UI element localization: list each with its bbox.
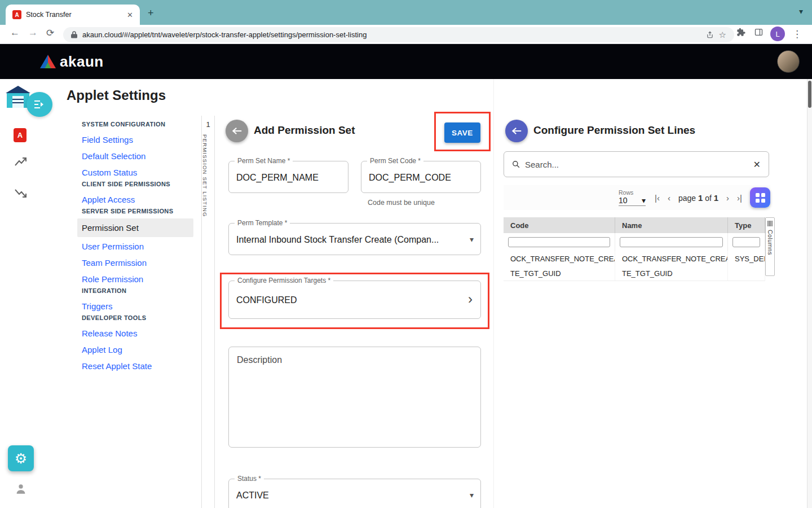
vertical-tab-label: PERMISSION SET LISTING — [202, 134, 208, 217]
columns-label: Columns — [767, 230, 774, 255]
perm-template-value: Internal Inbound Stock Transfer Create (… — [236, 235, 464, 245]
tab-title: Stock Transfer — [26, 11, 122, 19]
column-header-name[interactable]: Name — [615, 217, 728, 233]
browser-tab[interactable]: A Stock Transfer ✕ — [6, 5, 140, 25]
search-clear-icon[interactable]: ✕ — [753, 159, 761, 170]
lines-back-button[interactable] — [505, 120, 528, 142]
rows-per-page-block: Rows 10 ▾ — [619, 189, 646, 206]
sidebar-item-team-permission[interactable]: Team Permission — [82, 255, 189, 271]
sidebar-item-release-notes[interactable]: Release Notes — [82, 325, 189, 341]
lock-icon — [71, 31, 77, 38]
screen: A Stock Transfer ✕ + ▾ ← → ⟳ akaun.cloud… — [0, 0, 812, 508]
back-arrow-icon — [232, 126, 242, 135]
save-button[interactable]: SAVE — [444, 122, 480, 143]
columns-panel-toggle[interactable]: Columns — [765, 217, 775, 276]
perm-set-name-value: DOC_PERM_NAME — [236, 173, 331, 183]
akaun-logo[interactable]: akaun — [39, 53, 104, 71]
dropdown-caret-icon: ▾ — [470, 491, 474, 500]
tab-favicon-icon: A — [12, 10, 21, 19]
pager-status: page 1 of 1 — [678, 193, 718, 203]
rows-label: Rows — [619, 189, 646, 196]
perm-set-code-field[interactable]: Perm Set Code * DOC_PERM_CODE — [361, 161, 481, 193]
pager-first-icon[interactable]: |‹ — [655, 193, 660, 203]
configure-targets-value: CONFIGURED — [236, 295, 464, 305]
window-scrollbar[interactable] — [807, 79, 812, 508]
cell-code: TE_TGT_GUID — [504, 266, 615, 281]
sidebar-item-role-permission[interactable]: Role Permission — [82, 271, 189, 287]
vertical-tab-permission-set-listing[interactable]: 1 PERMISSION SET LISTING — [201, 116, 215, 508]
grid-view-button[interactable] — [750, 187, 770, 208]
lines-search-box[interactable]: ✕ — [504, 151, 769, 177]
side-panel-icon[interactable] — [754, 28, 764, 37]
table-header-row: Code Name Type — [504, 217, 765, 233]
extensions-puzzle-icon[interactable] — [736, 28, 745, 37]
pager-page-label: page — [678, 194, 696, 203]
sidebar-item-default-selection[interactable]: Default Selection — [82, 148, 189, 164]
filter-name-input[interactable] — [620, 237, 723, 247]
cell-type: SYS_DEF — [728, 251, 765, 266]
trending-down-icon[interactable] — [15, 188, 27, 198]
column-header-type[interactable]: Type — [728, 217, 765, 233]
share-icon[interactable] — [706, 30, 714, 39]
browser-tabstrip: A Stock Transfer ✕ + ▾ — [0, 0, 812, 25]
sidebar-expand-button[interactable] — [27, 92, 52, 117]
sidebar-item-user-permission[interactable]: User Permission — [82, 238, 189, 255]
tab-search-caret-icon[interactable]: ▾ — [799, 7, 803, 16]
filter-type-input[interactable] — [732, 237, 760, 247]
pager-last-icon[interactable]: ›| — [737, 193, 742, 203]
perm-template-label: Perm Template * — [235, 219, 290, 227]
trending-up-icon[interactable] — [15, 157, 27, 167]
tab-close-icon[interactable]: ✕ — [127, 11, 133, 19]
cell-code: OCK_TRANSFER_NOTE_CREA — [504, 251, 615, 266]
pdf-icon[interactable]: A — [14, 128, 27, 142]
akaun-logo-icon — [39, 54, 56, 69]
perm-template-select[interactable]: Perm Template * Internal Inbound Stock T… — [228, 223, 481, 255]
back-arrow-icon — [511, 126, 522, 135]
browser-refresh-icon[interactable]: ⟳ — [46, 27, 54, 39]
configure-permission-targets-field[interactable]: Configure Permission Targets * CONFIGURE… — [228, 281, 481, 319]
sidebar-item-triggers[interactable]: Triggers — [82, 298, 189, 314]
sidebar-item-permission-set[interactable]: Permission Set — [77, 218, 193, 237]
browser-menu-kebab-icon[interactable]: ⋮ — [792, 28, 802, 40]
table-row[interactable]: OCK_TRANSFER_NOTE_CREA OCK_TRANSFER_NOTE… — [504, 251, 765, 266]
cell-type — [728, 266, 765, 281]
account-person-icon[interactable] — [15, 483, 27, 495]
rows-per-page-select[interactable]: 10 ▾ — [619, 196, 646, 206]
gear-icon: ⚙ — [15, 450, 27, 467]
browser-forward-icon[interactable]: → — [28, 27, 38, 38]
bookmark-star-icon[interactable]: ☆ — [719, 30, 726, 40]
browser-profile-avatar[interactable]: L — [770, 27, 785, 41]
filter-code-input[interactable] — [508, 237, 610, 247]
sidebar-item-reset-applet-state[interactable]: Reset Applet State — [82, 358, 189, 374]
status-value: ACTIVE — [236, 491, 464, 501]
column-header-code[interactable]: Code — [504, 217, 615, 233]
form-back-button[interactable] — [226, 120, 248, 142]
sidebar-item-applet-access[interactable]: Applet Access — [82, 191, 189, 208]
table-pagination-bar: Rows 10 ▾ |‹ ‹ page 1 of 1 › ›| — [504, 185, 770, 210]
table-row[interactable]: TE_TGT_GUID TE_TGT_GUID — [504, 266, 765, 281]
status-label: Status * — [235, 475, 264, 483]
status-select[interactable]: Status * ACTIVE ▾ — [228, 479, 481, 508]
settings-gear-button[interactable]: ⚙ — [8, 445, 34, 471]
browser-back-icon[interactable]: ← — [10, 27, 20, 38]
code-helper-text: Code must be unique — [368, 199, 435, 207]
sidebar-item-custom-status[interactable]: Custom Status — [82, 164, 189, 181]
search-input[interactable] — [525, 160, 748, 169]
configure-targets-label: Configure Permission Targets * — [235, 277, 333, 284]
new-tab-button[interactable]: + — [148, 7, 154, 19]
app-header: akaun — [0, 44, 812, 79]
sidebar-item-field-settings[interactable]: Field Settings — [82, 132, 189, 148]
scrollbar-thumb[interactable] — [808, 81, 811, 108]
section-header-system-configuration: SYSTEM CONFIGURATION — [82, 121, 189, 128]
pager-prev-icon[interactable]: ‹ — [668, 193, 670, 203]
dropdown-caret-icon: ▾ — [470, 235, 474, 244]
vertical-tab-index: 1 — [202, 120, 214, 129]
description-textarea[interactable] — [228, 347, 481, 448]
url-bar[interactable]: akaun.cloud/#/applet/tnt/wavelet/erp/sto… — [63, 27, 734, 42]
lines-panel-title: Configure Permission Set Lines — [533, 124, 695, 137]
section-header-integration: INTEGRATION — [82, 287, 189, 294]
sidebar-item-applet-log[interactable]: Applet Log — [82, 341, 189, 358]
perm-set-name-field[interactable]: Perm Set Name * DOC_PERM_NAME — [228, 161, 348, 193]
user-avatar[interactable] — [777, 50, 800, 73]
pager-next-icon[interactable]: › — [726, 193, 729, 203]
